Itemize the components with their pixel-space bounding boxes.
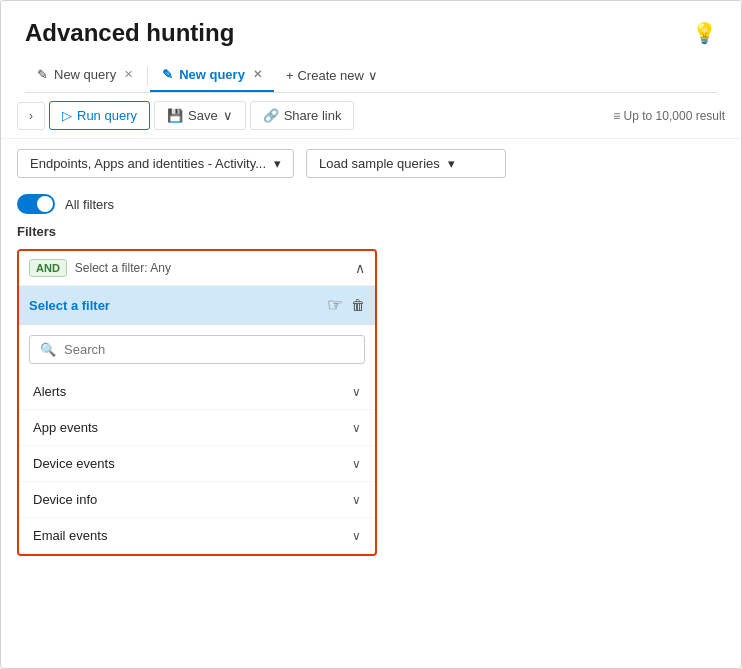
save-chevron-icon: ∨ bbox=[223, 108, 233, 123]
tab1-icon: ✎ bbox=[37, 67, 48, 82]
device-info-chevron-icon: ∨ bbox=[352, 493, 361, 507]
tab-divider bbox=[147, 66, 148, 86]
all-filters-label: All filters bbox=[65, 197, 114, 212]
device-info-label: Device info bbox=[33, 492, 97, 507]
device-events-chevron-icon: ∨ bbox=[352, 457, 361, 471]
app-events-label: App events bbox=[33, 420, 98, 435]
search-input[interactable] bbox=[64, 342, 354, 357]
email-events-label: Email events bbox=[33, 528, 107, 543]
filter-group-header: AND Select a filter: Any ∧ bbox=[19, 251, 375, 286]
and-badge: AND bbox=[29, 259, 67, 277]
query-dropdown-label: Load sample queries bbox=[319, 156, 440, 171]
filter-collapse-button[interactable]: ∧ bbox=[355, 260, 365, 276]
app-window: Advanced hunting 💡 ✎ New query ✕ ✎ New q… bbox=[0, 0, 742, 669]
tab1-label: New query bbox=[54, 67, 116, 82]
app-events-chevron-icon: ∨ bbox=[352, 421, 361, 435]
toolbar: › ▷ Run query 💾 Save ∨ 🔗 Share link ≡ Up… bbox=[1, 93, 741, 139]
share-label: Share link bbox=[284, 108, 342, 123]
filter-item-email-events[interactable]: Email events ∨ bbox=[19, 518, 375, 554]
email-events-chevron-icon: ∨ bbox=[352, 529, 361, 543]
tab2-label: New query bbox=[179, 67, 245, 82]
run-query-button[interactable]: ▷ Run query bbox=[49, 101, 150, 130]
all-filters-row: All filters bbox=[1, 188, 741, 224]
trash-icon[interactable]: 🗑 bbox=[351, 297, 365, 313]
run-query-label: Run query bbox=[77, 108, 137, 123]
share-link-button[interactable]: 🔗 Share link bbox=[250, 101, 355, 130]
tab-2[interactable]: ✎ New query ✕ bbox=[150, 59, 274, 92]
save-button[interactable]: 💾 Save ∨ bbox=[154, 101, 246, 130]
filter-item-app-events[interactable]: App events ∨ bbox=[19, 410, 375, 446]
results-icon: ≡ bbox=[613, 109, 620, 123]
filter-any-text: Select a filter: Any bbox=[75, 261, 355, 275]
tab-1[interactable]: ✎ New query ✕ bbox=[25, 59, 145, 92]
select-filter-text: Select a filter bbox=[29, 298, 319, 313]
lightbulb-icon[interactable]: 💡 bbox=[692, 21, 717, 45]
filter-dropdown[interactable]: Endpoints, Apps and identities - Activit… bbox=[17, 149, 294, 178]
all-filters-toggle[interactable] bbox=[17, 194, 55, 214]
run-icon: ▷ bbox=[62, 108, 72, 123]
filter-item-device-info[interactable]: Device info ∨ bbox=[19, 482, 375, 518]
dropdowns-row: Endpoints, Apps and identities - Activit… bbox=[1, 139, 741, 188]
filter-chevron-icon: ▾ bbox=[274, 156, 281, 171]
alerts-chevron-icon: ∨ bbox=[352, 385, 361, 399]
save-label: Save bbox=[188, 108, 218, 123]
chevron-down-icon: ∨ bbox=[368, 68, 378, 83]
share-icon: 🔗 bbox=[263, 108, 279, 123]
create-new-button[interactable]: + Create new ∨ bbox=[274, 60, 390, 91]
filter-dropdown-label: Endpoints, Apps and identities - Activit… bbox=[30, 156, 266, 171]
title-text: Advanced hunting bbox=[25, 19, 234, 47]
filter-item-device-events[interactable]: Device events ∨ bbox=[19, 446, 375, 482]
tabs-bar: ✎ New query ✕ ✎ New query ✕ + Create new… bbox=[25, 59, 717, 93]
query-dropdown[interactable]: Load sample queries ▾ bbox=[306, 149, 506, 178]
tab2-close[interactable]: ✕ bbox=[253, 68, 262, 81]
filter-group: AND Select a filter: Any ∧ Select a filt… bbox=[17, 249, 377, 556]
search-icon: 🔍 bbox=[40, 342, 56, 357]
plus-icon: + bbox=[286, 68, 294, 83]
collapse-button[interactable]: › bbox=[17, 102, 45, 130]
query-chevron-icon: ▾ bbox=[448, 156, 455, 171]
toggle-knob bbox=[37, 196, 53, 212]
create-new-label: Create new bbox=[297, 68, 363, 83]
select-filter-bar[interactable]: Select a filter ☞ 🗑 bbox=[19, 286, 375, 325]
chevron-right-icon: › bbox=[29, 109, 33, 123]
page-title: Advanced hunting 💡 bbox=[25, 19, 717, 47]
cursor-hand-icon: ☞ bbox=[327, 294, 343, 316]
filter-item-alerts[interactable]: Alerts ∨ bbox=[19, 374, 375, 410]
device-events-label: Device events bbox=[33, 456, 115, 471]
filters-section: Filters AND Select a filter: Any ∧ Selec… bbox=[1, 224, 741, 572]
save-icon: 💾 bbox=[167, 108, 183, 123]
results-info: ≡ Up to 10,000 result bbox=[613, 109, 725, 123]
alerts-label: Alerts bbox=[33, 384, 66, 399]
filter-list: Alerts ∨ App events ∨ Device events ∨ De… bbox=[19, 374, 375, 554]
tab2-icon: ✎ bbox=[162, 67, 173, 82]
search-box: 🔍 bbox=[29, 335, 365, 364]
page-header: Advanced hunting 💡 ✎ New query ✕ ✎ New q… bbox=[1, 1, 741, 93]
results-label: Up to 10,000 result bbox=[624, 109, 725, 123]
tab1-close[interactable]: ✕ bbox=[124, 68, 133, 81]
filters-title: Filters bbox=[17, 224, 725, 239]
